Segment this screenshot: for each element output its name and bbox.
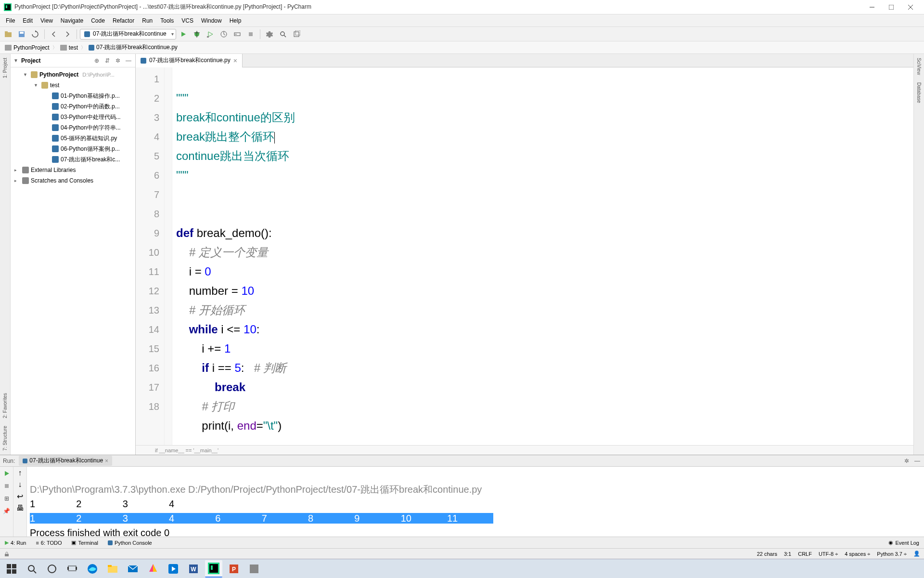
wrap-button[interactable]: ↩ — [17, 492, 23, 501]
tree-file[interactable]: 07-跳出循环break和c... — [11, 154, 135, 165]
project-tree[interactable]: ▼PythonProjectD:\Python\P... ▼test 01-Py… — [11, 67, 135, 455]
tree-root[interactable]: ▼PythonProjectD:\Python\P... — [11, 69, 135, 80]
update-button[interactable] — [290, 28, 303, 40]
menu-navigate[interactable]: Navigate — [57, 14, 87, 27]
forward-button[interactable] — [61, 28, 74, 40]
close-run-tab-icon[interactable]: × — [105, 458, 108, 464]
status-lock-icon[interactable] — [4, 551, 10, 557]
explorer-icon[interactable] — [104, 560, 121, 578]
menu-run[interactable]: Run — [138, 14, 156, 27]
debug-button[interactable] — [191, 28, 203, 40]
settings-button[interactable] — [263, 28, 276, 40]
rail-database[interactable]: Database — [916, 79, 922, 107]
run-tab[interactable]: 07-跳出循环break和continue × — [19, 456, 112, 466]
start-button[interactable] — [3, 560, 20, 578]
rail-project[interactable]: 1: Project — [2, 54, 8, 82]
pycharm-taskbar-icon[interactable] — [205, 560, 222, 578]
status-inspect-icon[interactable]: 👤 — [913, 551, 920, 557]
breadcrumb-file[interactable]: 07-跳出循环break和continue.py — [88, 43, 179, 52]
menu-tools[interactable]: Tools — [156, 14, 178, 27]
rerun-button[interactable] — [2, 469, 12, 478]
save-all-button[interactable] — [15, 28, 28, 40]
tab-event-log[interactable]: ◉Event Log — [884, 537, 924, 549]
run-settings-icon[interactable]: ✲ — [903, 457, 911, 465]
status-interpreter[interactable]: Python 3.7 ÷ — [877, 551, 907, 557]
code-area[interactable]: """ break和continue的区别 break跳出整个循环 contin… — [172, 67, 913, 445]
menu-help[interactable]: Help — [226, 14, 245, 27]
rail-favorites[interactable]: 2: Favorites — [2, 389, 8, 422]
editor-tab-active[interactable]: 07-跳出循环break和continue.py × — [136, 54, 243, 67]
menu-edit[interactable]: Edit — [19, 14, 37, 27]
menu-view[interactable]: View — [37, 14, 57, 27]
bottom-tool-tabs: ▶4: Run ≡6: TODO ▣Terminal Python Consol… — [0, 537, 924, 548]
run-tool-window: Run: 07-跳出循环break和continue × ✲ — ⊞ 📌 ↑ ↓… — [0, 455, 924, 537]
task-view-icon[interactable] — [64, 560, 81, 578]
expand-icon[interactable]: ⇵ — [103, 57, 111, 65]
tree-folder-test[interactable]: ▼test — [11, 80, 135, 91]
rail-sciview[interactable]: SciView — [916, 54, 922, 79]
tree-file[interactable]: 01-Python基础操作.p... — [11, 91, 135, 101]
mail-icon[interactable] — [124, 560, 141, 578]
up-button[interactable]: ↑ — [18, 469, 22, 477]
sync-button[interactable] — [29, 28, 41, 40]
minimize-button[interactable] — [862, 0, 882, 14]
menu-window[interactable]: Window — [197, 14, 226, 27]
breadcrumb-root[interactable]: PythonProject — [4, 44, 51, 51]
tree-file[interactable]: 04-Python中的字符串... — [11, 122, 135, 133]
run-output[interactable]: D:\Python\Program\3.7.3\python.exe D:/Py… — [27, 467, 924, 537]
maximize-button[interactable] — [882, 0, 901, 14]
rail-structure[interactable]: 7: Structure — [2, 422, 8, 455]
edge-icon[interactable] — [84, 560, 101, 578]
run-config-selector[interactable]: 07-跳出循环break和continue — [80, 29, 176, 39]
tree-external-libs[interactable]: ▸External Libraries — [11, 165, 135, 175]
menu-bar: File Edit View Navigate Code Refactor Ru… — [0, 14, 924, 27]
status-indent[interactable]: 4 spaces ÷ — [845, 551, 870, 557]
run-hide-icon[interactable]: — — [913, 457, 921, 465]
down-button[interactable]: ↓ — [18, 480, 22, 489]
menu-refactor[interactable]: Refactor — [109, 14, 138, 27]
menu-code[interactable]: Code — [87, 14, 109, 27]
tab-python-console[interactable]: Python Console — [103, 537, 157, 549]
tree-file[interactable]: 05-循环的基础知识.py — [11, 133, 135, 144]
stop-button[interactable] — [244, 28, 257, 40]
word-icon[interactable]: W — [185, 560, 202, 578]
tree-file[interactable]: 02-Python中的函数.p... — [11, 101, 135, 112]
search-button[interactable] — [277, 28, 289, 40]
app2-icon[interactable] — [245, 560, 263, 578]
tree-file[interactable]: 06-Python循环案例.p... — [11, 144, 135, 154]
status-line-sep[interactable]: CRLF — [798, 551, 812, 557]
print-button[interactable]: 🖶 — [16, 504, 24, 512]
hide-icon[interactable]: — — [125, 57, 132, 65]
stop-run-button[interactable] — [2, 481, 12, 491]
media-icon[interactable] — [165, 560, 182, 578]
pin-button[interactable]: 📌 — [2, 506, 12, 516]
status-encoding[interactable]: UTF-8 ÷ — [819, 551, 838, 557]
attach-button[interactable] — [231, 28, 244, 40]
menu-vcs[interactable]: VCS — [178, 14, 197, 27]
tab-run[interactable]: ▶4: Run — [0, 537, 31, 549]
app-icon[interactable] — [144, 560, 162, 578]
tree-file[interactable]: 03-Python中处理代码... — [11, 112, 135, 122]
close-tab-icon[interactable]: × — [233, 57, 237, 65]
profile-button[interactable] — [218, 28, 230, 40]
fold-gutter[interactable] — [165, 67, 172, 445]
powerpoint-icon[interactable]: P — [225, 560, 243, 578]
breadcrumb-folder[interactable]: test — [59, 44, 79, 51]
menu-file[interactable]: File — [2, 14, 19, 27]
cortana-icon[interactable] — [43, 560, 61, 578]
open-button[interactable] — [2, 28, 14, 40]
tree-scratches[interactable]: ▸Scratches and Consoles — [11, 175, 135, 186]
editor-body[interactable]: 123456789101112131415161718 """ break和co… — [136, 67, 913, 445]
coverage-button[interactable] — [204, 28, 217, 40]
back-button[interactable] — [48, 28, 60, 40]
layout-button[interactable]: ⊞ — [2, 494, 12, 503]
editor-breadcrumb[interactable]: if __name__ == '__main__' — [136, 445, 913, 455]
tab-todo[interactable]: ≡6: TODO — [31, 537, 66, 549]
close-button[interactable] — [901, 0, 920, 14]
run-button[interactable] — [177, 28, 190, 40]
search-taskbar-icon[interactable] — [23, 560, 40, 578]
locate-icon[interactable]: ⊕ — [93, 57, 101, 65]
tab-terminal[interactable]: ▣Terminal — [66, 537, 103, 549]
settings-icon[interactable]: ✲ — [114, 57, 122, 65]
status-position[interactable]: 3:1 — [784, 551, 791, 557]
